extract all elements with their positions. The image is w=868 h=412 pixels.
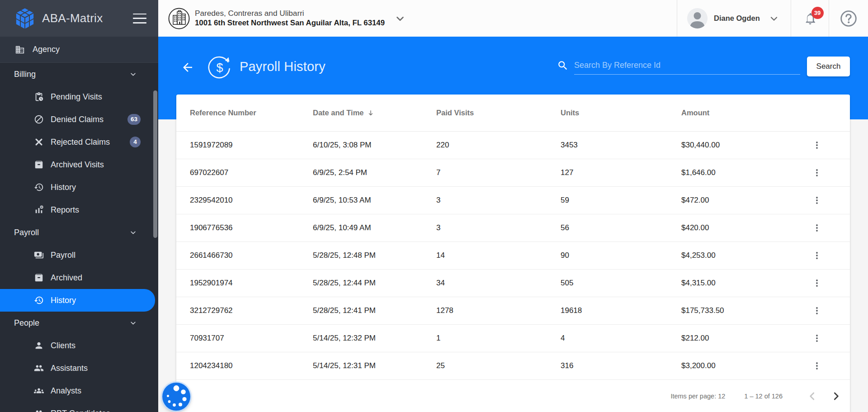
user-menu[interactable]: Diane Ogden — [677, 0, 791, 37]
column-header-date-and-time[interactable]: Date and Time — [313, 109, 436, 117]
cell-amount: $1,646.00 — [681, 168, 806, 177]
cell-reference-number: 2661466730 — [190, 251, 313, 260]
notifications-button[interactable]: 39 — [791, 0, 829, 37]
cell-paid-visits: 14 — [436, 251, 561, 260]
column-header-reference-number[interactable]: Reference Number — [190, 109, 313, 117]
sidebar-item-billing-reports[interactable]: $Reports — [0, 199, 158, 221]
column-header-amount[interactable]: Amount — [681, 109, 806, 117]
chevron-down-icon — [394, 13, 406, 24]
table-row: 12042341805/14/25, 12:31 PM25316$3,200.0… — [176, 352, 850, 380]
help-icon — [840, 10, 857, 27]
table-row: 19529019745/28/25, 12:44 PM34505$4,315.0… — [176, 270, 850, 297]
buildings-icon — [15, 45, 25, 55]
topbar-spacer — [406, 0, 677, 37]
sidebar-item-billing-archived-visits[interactable]: Archived Visits — [0, 153, 158, 176]
payroll-history-table-card: Reference NumberDate and TimePaid Visits… — [176, 95, 850, 412]
sidebar: ABA-Matrix AgencyBillingPending VisitsDe… — [0, 0, 158, 412]
cell-amount: $4,315.00 — [681, 279, 806, 288]
sidebar-section-payroll[interactable]: Payroll — [0, 221, 158, 244]
table-row: 23295420106/9/25, 10:53 AM359$472.00 — [176, 187, 850, 214]
row-actions-menu-button[interactable] — [809, 275, 825, 291]
top-bar: Paredes, Contreras and Ulibarri 1001 6th… — [158, 0, 868, 37]
column-header-paid-visits[interactable]: Paid Visits — [436, 109, 561, 117]
sidebar-item-people-clients[interactable]: Clients — [0, 334, 158, 357]
sidebar-item-billing-history[interactable]: History — [0, 176, 158, 199]
cell-paid-visits: 3 — [436, 223, 561, 232]
cell-amount: $212.00 — [681, 334, 806, 343]
cell-amount: $175,733.50 — [681, 306, 806, 315]
cell-reference-number: 1952901974 — [190, 279, 313, 288]
cell-amount: $472.00 — [681, 196, 806, 205]
pending-visits-icon — [34, 92, 44, 102]
main-area: Paredes, Contreras and Ulibarri 1001 6th… — [158, 0, 868, 412]
sidebar-item-billing-denied-claims[interactable]: Denied Claims63 — [0, 108, 158, 131]
row-actions-menu-button[interactable] — [809, 193, 825, 208]
sidebar-section-people[interactable]: People — [0, 312, 158, 334]
row-actions-menu-button[interactable] — [809, 165, 825, 180]
cell-reference-number: 3212729762 — [190, 306, 313, 315]
sidebar-item-people-assistants[interactable]: Assistants — [0, 357, 158, 379]
sidebar-item-payroll-payroll[interactable]: Payroll — [0, 244, 158, 266]
sidebar-item-people-rbt-candidates[interactable]: RBT Candidates — [0, 402, 158, 412]
row-actions-menu-button[interactable] — [809, 220, 825, 236]
table-row: 19067765366/9/25, 10:49 AM356$420.00 — [176, 214, 850, 242]
cell-reference-number: 697022607 — [190, 168, 313, 177]
svg-text:$: $ — [41, 206, 42, 208]
sidebar-scrollbar[interactable] — [153, 90, 157, 238]
company-address: 1001 6th Street Northwest San Aguilar Al… — [195, 18, 385, 28]
row-actions-menu-button[interactable] — [809, 248, 825, 263]
cell-amount: $3,200.00 — [681, 361, 806, 370]
people-icon — [34, 408, 44, 412]
company-selector[interactable]: Paredes, Contreras and Ulibarri 1001 6th… — [158, 0, 406, 37]
column-header-units[interactable]: Units — [561, 109, 681, 117]
cell-units: 505 — [561, 279, 681, 288]
sidebar-item-agency[interactable]: Agency — [0, 37, 158, 63]
menu-toggle-icon[interactable] — [133, 14, 146, 24]
next-page-button[interactable] — [830, 390, 842, 402]
content-area: $ Payroll History Search Reference Numbe… — [158, 37, 868, 412]
row-actions-menu-button[interactable] — [809, 358, 825, 374]
search-button[interactable]: Search — [807, 57, 850, 76]
chevron-down-icon — [130, 71, 137, 78]
cell-reference-number: 1204234180 — [190, 361, 313, 370]
cell-amount: $420.00 — [681, 223, 806, 232]
row-actions-menu-button[interactable] — [809, 331, 825, 346]
sidebar-item-payroll-history[interactable]: History — [0, 289, 155, 312]
cell-date-time: 5/14/25, 12:32 PM — [313, 334, 436, 343]
accessibility-widget-button[interactable] — [162, 383, 190, 411]
table-row: 6970226076/9/25, 2:54 PM7127$1,646.00 — [176, 159, 850, 187]
sidebar-item-payroll-archived[interactable]: Archived — [0, 266, 158, 289]
history-icon — [34, 182, 44, 192]
help-button[interactable] — [829, 0, 868, 37]
company-name: Paredes, Contreras and Ulibarri — [195, 9, 385, 19]
sort-descending-icon — [367, 109, 375, 117]
sidebar-item-people-analysts[interactable]: Analysts — [0, 379, 158, 402]
cell-date-time: 6/9/25, 10:49 AM — [313, 223, 436, 232]
cell-date-time: 5/14/25, 12:31 PM — [313, 361, 436, 370]
row-actions-menu-button[interactable] — [809, 137, 825, 153]
notification-count-badge: 39 — [811, 7, 824, 19]
table-row: 26614667305/28/25, 12:48 PM1490$4,253.00 — [176, 242, 850, 270]
table-row: 32127297625/28/25, 12:41 PM127819618$175… — [176, 297, 850, 325]
cell-units: 316 — [561, 361, 681, 370]
paginator: Items per page: 12 1 – 12 of 126 — [176, 380, 850, 412]
groups-icon — [34, 386, 44, 396]
cell-date-time: 6/9/25, 10:53 AM — [313, 196, 436, 205]
brand-title: ABA-Matrix — [42, 11, 133, 25]
items-per-page-value[interactable]: 12 — [718, 393, 725, 400]
search-input[interactable] — [574, 57, 800, 75]
sidebar-section-billing[interactable]: Billing — [0, 63, 158, 85]
cell-units: 56 — [561, 223, 681, 232]
count-badge: 4 — [130, 137, 141, 147]
cell-paid-visits: 25 — [436, 361, 561, 370]
cell-date-time: 6/10/25, 3:08 PM — [313, 141, 436, 150]
cell-date-time: 5/28/25, 12:48 PM — [313, 251, 436, 260]
sidebar-item-billing-rejected-claims[interactable]: Rejected Claims4 — [0, 131, 158, 153]
cell-date-time: 5/28/25, 12:44 PM — [313, 279, 436, 288]
cell-units: 19618 — [561, 306, 681, 315]
back-button[interactable] — [181, 61, 194, 74]
row-actions-menu-button[interactable] — [809, 303, 825, 318]
sidebar-item-billing-pending-visits[interactable]: Pending Visits — [0, 85, 158, 108]
table-row: 709317075/14/25, 12:32 PM14$212.00 — [176, 325, 850, 352]
archive-icon — [34, 160, 44, 170]
